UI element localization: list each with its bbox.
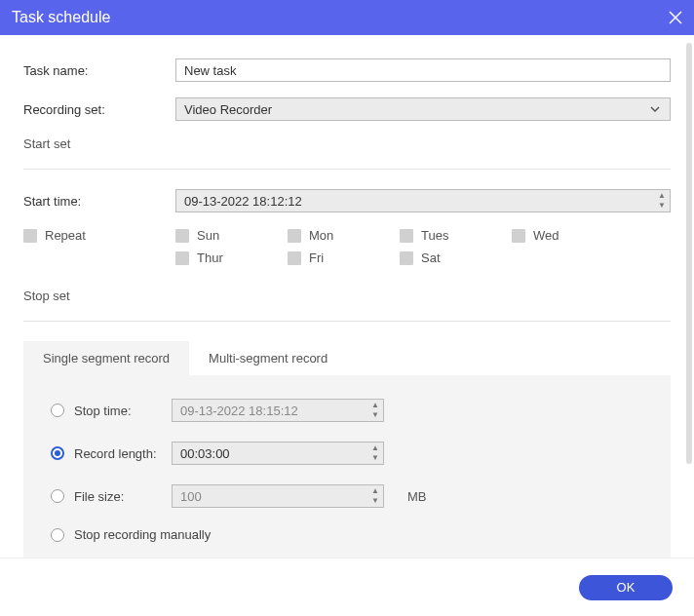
manual-label: Stop recording manually [74,527,211,542]
fri-label: Fri [309,250,324,265]
manual-row: Stop recording manually [51,527,643,542]
close-icon [669,11,682,24]
day-sat: Sat [400,250,512,265]
footer: OK [0,558,694,616]
file-size-radio[interactable] [51,489,64,503]
spinner-up-icon[interactable]: ▲ [371,486,379,496]
spinner-up-icon[interactable]: ▲ [658,191,666,201]
start-set-heading: Start set [23,136,671,151]
start-time-value: 09-13-2022 18:12:12 [184,194,302,209]
spinner-down-icon[interactable]: ▼ [371,496,379,506]
thur-label: Thur [197,250,223,265]
start-time-row: Start time: 09-13-2022 18:12:12 ▲ ▼ [23,189,671,212]
record-length-spinner[interactable]: 00:03:00 ▲ ▼ [172,442,384,465]
spinner-buttons: ▲ ▼ [658,191,666,211]
task-name-label: Task name: [23,63,175,78]
spinner-down-icon[interactable]: ▼ [371,453,379,463]
sat-checkbox[interactable] [400,251,413,265]
spinner-buttons: ▲ ▼ [371,443,379,463]
content-area: Task name: Recording set: Video Recorder… [0,35,694,558]
scrollbar[interactable] [686,43,692,464]
fri-checkbox[interactable] [288,251,301,265]
titlebar: Task schedule [0,0,694,35]
file-size-unit: MB [407,489,427,504]
manual-radio[interactable] [51,528,64,542]
record-length-radio[interactable] [51,446,64,460]
day-sun: Sun [175,228,288,243]
recording-set-select[interactable]: Video Recorder [175,97,671,121]
day-mon: Mon [288,228,400,243]
file-size-spinner[interactable]: 100 ▲ ▼ [172,484,384,508]
start-time-spinner[interactable]: 09-13-2022 18:12:12 ▲ ▼ [175,189,671,212]
file-size-row: File size: 100 ▲ ▼ MB [51,484,643,508]
recording-set-label: Recording set: [23,102,175,117]
tab-multi-segment[interactable]: Multi-segment record [189,341,347,375]
mon-checkbox[interactable] [288,229,301,243]
day-thur: Thur [175,250,288,265]
tues-label: Tues [421,228,448,243]
stop-time-label: Stop time: [74,404,172,418]
tues-checkbox[interactable] [400,229,413,243]
wed-label: Wed [533,228,559,243]
stop-time-row: Stop time: 09-13-2022 18:15:12 ▲ ▼ [51,399,643,422]
recording-set-row: Recording set: Video Recorder [23,97,671,121]
repeat-row: Repeat Sun Mon Tues Wed Thur Fri Sat [23,228,671,273]
file-size-label: File size: [74,489,172,504]
record-length-label: Record length: [74,446,172,461]
day-tues: Tues [400,228,512,243]
stop-time-value: 09-13-2022 18:15:12 [180,404,298,418]
tab-single-segment[interactable]: Single segment record [23,341,189,375]
task-name-row: Task name: [23,58,671,82]
repeat-label: Repeat [45,228,86,243]
start-time-label: Start time: [23,194,175,209]
stop-set-heading: Stop set [23,289,671,303]
spinner-buttons: ▲ ▼ [371,486,379,506]
spinner-up-icon[interactable]: ▲ [371,443,379,453]
repeat-cell: Repeat [23,228,175,243]
days-group: Sun Mon Tues Wed Thur Fri Sat [175,228,671,273]
divider [23,321,671,322]
thur-checkbox[interactable] [175,251,189,265]
divider [23,169,671,170]
stop-tabs: Single segment record Multi-segment reco… [23,341,671,375]
ok-button[interactable]: OK [579,575,673,600]
day-fri: Fri [288,250,400,265]
task-name-input[interactable] [175,58,671,82]
sun-label: Sun [197,228,219,243]
mon-label: Mon [309,228,333,243]
spinner-up-icon[interactable]: ▲ [371,401,379,410]
spinner-down-icon[interactable]: ▼ [658,201,666,211]
day-wed: Wed [512,228,624,243]
record-length-row: Record length: 00:03:00 ▲ ▼ [51,442,643,465]
repeat-checkbox[interactable] [23,229,37,243]
sat-label: Sat [421,250,441,265]
spinner-buttons: ▲ ▼ [371,401,379,420]
recording-set-value: Video Recorder [184,102,272,117]
wed-checkbox[interactable] [512,229,525,243]
window-title: Task schedule [12,9,110,26]
close-button[interactable] [669,11,682,24]
spinner-down-icon[interactable]: ▼ [371,410,379,420]
stop-time-spinner[interactable]: 09-13-2022 18:15:12 ▲ ▼ [172,399,384,422]
sun-checkbox[interactable] [175,229,189,243]
single-segment-panel: Stop time: 09-13-2022 18:15:12 ▲ ▼ Recor… [23,375,671,558]
stop-time-radio[interactable] [51,404,64,417]
record-length-value: 00:03:00 [180,446,230,461]
chevron-down-icon [648,102,662,116]
file-size-value: 100 [180,489,202,504]
